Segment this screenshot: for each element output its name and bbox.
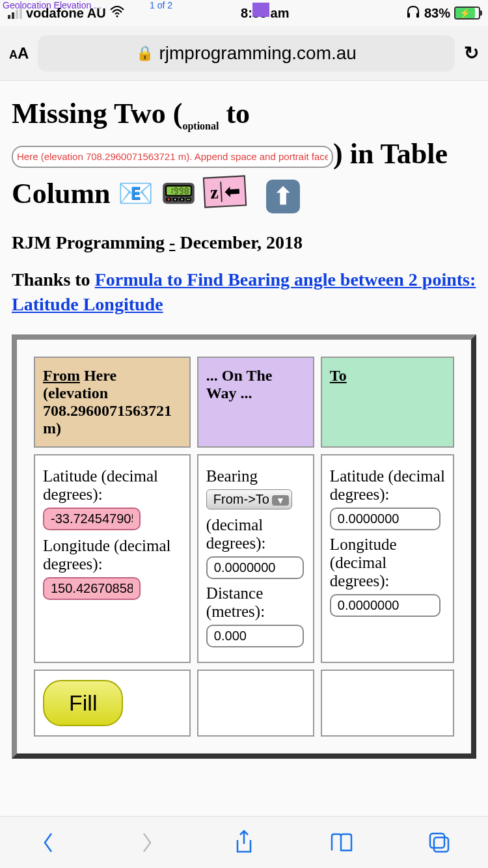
title-optional: optional xyxy=(182,120,219,131)
subhead-date: December, 2018 xyxy=(175,232,303,252)
map-badge-icon[interactable]: z⬅ xyxy=(202,175,247,208)
page-content: Missing Two (optional to ) in Table Colu… xyxy=(0,81,488,772)
overlay-purple-box xyxy=(252,3,269,17)
to-lon-label: Longitude (decimal degrees): xyxy=(330,536,445,590)
cell-empty-2 xyxy=(321,670,454,737)
svg-point-0 xyxy=(116,15,118,17)
cell-empty-1 xyxy=(197,670,314,737)
page-title: Missing Two (optional to ) in Table Colu… xyxy=(12,94,476,214)
mail-icon[interactable]: 📧 xyxy=(118,178,154,210)
tabs-button[interactable] xyxy=(426,830,452,856)
fill-button[interactable]: Fill xyxy=(43,680,123,726)
cell-from: Latitude (decimal degrees): Longitude (d… xyxy=(34,454,191,663)
cell-to: Latitude (decimal degrees): Longitude (d… xyxy=(321,454,454,663)
pager-icon[interactable]: 📟 xyxy=(161,178,197,210)
header-to-text: To xyxy=(330,367,347,384)
from-lat-input[interactable] xyxy=(43,508,141,530)
to-lat-input[interactable] xyxy=(330,508,441,530)
to-lon-input[interactable] xyxy=(330,594,441,617)
header-to: To xyxy=(321,357,454,448)
bearing-select[interactable]: From->To▼ xyxy=(206,489,292,509)
title-to: to xyxy=(219,98,250,129)
url-field[interactable]: 🔒 rjmprogramming.com.au xyxy=(38,35,455,72)
cell-fill: Fill xyxy=(34,670,191,737)
title-close: ) in Table xyxy=(333,138,448,170)
url-domain: rjmprogramming.com.au xyxy=(159,43,356,64)
lock-icon: 🔒 xyxy=(136,45,154,62)
bearing-input[interactable] xyxy=(206,556,304,579)
header-from-u: From xyxy=(43,367,80,384)
subheading: RJM Programming - December, 2018 xyxy=(12,232,476,253)
overlay-count-label: 1 of 2 xyxy=(150,0,172,10)
subhead-org: RJM Programming xyxy=(12,232,169,252)
chevron-down-icon: ▼ xyxy=(272,495,289,506)
bookmarks-button[interactable] xyxy=(329,830,355,856)
svg-rect-3 xyxy=(430,834,444,848)
overlay-geolocation-label: Geolocation Elevation ... xyxy=(3,0,102,10)
calc-table: From Here (elevation 708.2960071563721 m… xyxy=(27,350,461,743)
svg-rect-2 xyxy=(416,13,419,18)
bearing-unit-label: (decimal degrees): xyxy=(206,516,305,552)
text-size-button[interactable]: AA xyxy=(9,44,29,62)
browser-url-bar: AA 🔒 rjmprogramming.com.au ↻ xyxy=(0,26,488,81)
header-way: ... On The Way ... xyxy=(197,357,314,448)
battery-icon: ⚡ xyxy=(454,7,480,20)
reload-button[interactable]: ↻ xyxy=(464,42,479,64)
header-way-text: ... On The Way ... xyxy=(206,367,273,401)
from-lat-label: Latitude (decimal degrees): xyxy=(43,467,182,504)
share-button[interactable] xyxy=(231,830,257,856)
back-button[interactable] xyxy=(36,830,62,856)
elevation-input[interactable] xyxy=(12,146,333,168)
thanks-line: Thanks to Formula to Find Bearing angle … xyxy=(12,267,476,317)
headphones-icon xyxy=(406,5,420,21)
header-from: From Here (elevation 708.2960071563721 m… xyxy=(34,357,191,448)
distance-label: Distance (metres): xyxy=(206,584,305,621)
from-lon-label: Longitude (decimal degrees): xyxy=(43,537,182,573)
calc-table-wrap: From Here (elevation 708.2960071563721 m… xyxy=(12,334,476,759)
to-lat-label: Latitude (decimal degrees): xyxy=(330,467,445,504)
bearing-label: Bearing xyxy=(206,467,305,485)
bearing-select-value: From->To xyxy=(213,492,269,506)
title-pre: Missing Two ( xyxy=(12,98,182,129)
battery-pct-label: 83% xyxy=(424,6,450,21)
wifi-icon xyxy=(110,6,124,21)
up-arrow-icon[interactable]: ⬆ xyxy=(266,180,300,213)
browser-toolbar xyxy=(0,816,488,868)
svg-rect-4 xyxy=(434,837,448,852)
thanks-prefix: Thanks to xyxy=(12,269,95,290)
from-lon-input[interactable] xyxy=(43,577,141,600)
svg-rect-1 xyxy=(407,13,410,18)
title-column: Column xyxy=(12,178,118,210)
distance-input[interactable] xyxy=(206,625,304,647)
cell-way: Bearing From->To▼ (decimal degrees): Dis… xyxy=(197,454,314,663)
forward-button[interactable] xyxy=(133,830,159,856)
